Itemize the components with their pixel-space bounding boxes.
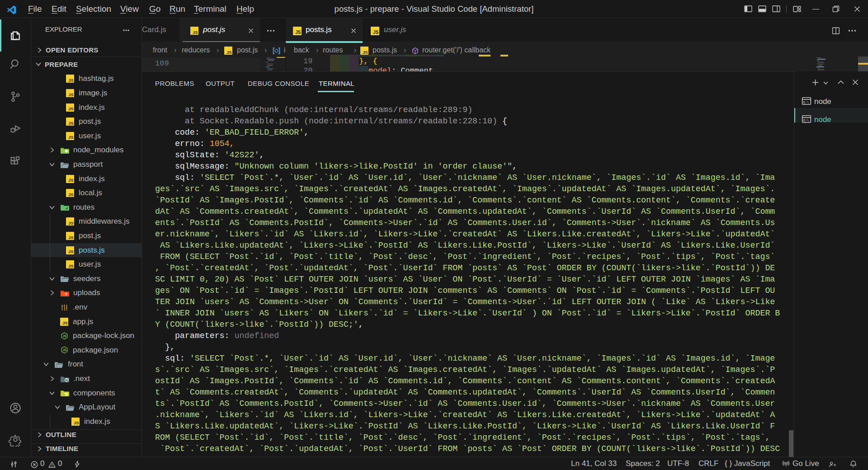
svg-text:JS: JS: [62, 348, 66, 352]
svg-text:C:\: C:\: [803, 119, 809, 122]
svg-text:JS: JS: [62, 334, 66, 338]
svg-text:N: N: [66, 378, 68, 382]
svg-text:C:\: C:\: [803, 101, 809, 104]
